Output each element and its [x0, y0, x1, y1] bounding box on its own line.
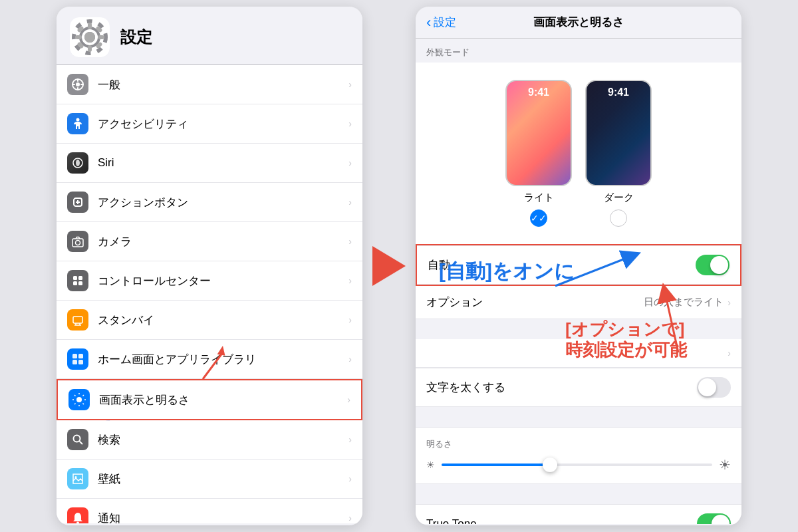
chevron-icon: › — [347, 394, 350, 405]
main-container: 設定 一般 › アクセシビリティ › — [0, 0, 798, 532]
light-mode-preview: 9:41 — [505, 80, 572, 186]
arrow-triangle — [372, 246, 406, 286]
accessibility-icon — [67, 113, 88, 134]
annotation-options: [オプションで] 時刻設定が可能 — [565, 319, 687, 360]
svg-rect-6 — [88, 45, 92, 52]
svg-rect-28 — [78, 276, 82, 280]
settings-item-home-screen[interactable]: ホーム画面とアプリライブラリ › — [57, 340, 362, 379]
chevron-icon: › — [348, 236, 352, 247]
svg-point-48 — [74, 436, 80, 442]
notifications-icon — [67, 507, 88, 523]
dark-mode-option[interactable]: 9:41 ダーク — [585, 80, 652, 227]
svg-rect-8 — [98, 35, 104, 39]
settings-header: 設定 — [57, 7, 362, 65]
dark-mode-radio[interactable] — [610, 209, 627, 227]
annotation-auto-on: [自動]をオンに — [439, 259, 575, 283]
appearance-section: 9:41 ライト ✓ 9:41 ダーク — [416, 63, 741, 244]
options-row[interactable]: オプション 日の入までライト › — [416, 286, 741, 319]
svg-rect-36 — [78, 354, 83, 358]
home-screen-label: ホーム画面とアプリライブラリ — [98, 352, 348, 367]
chevron-icon: › — [348, 473, 352, 484]
settings-item-accessibility[interactable]: アクセシビリティ › — [57, 104, 362, 144]
action-button-icon — [67, 192, 88, 213]
svg-point-19 — [76, 118, 80, 122]
general-label: 一般 — [98, 77, 348, 92]
back-label: 設定 — [434, 15, 456, 30]
svg-rect-18 — [80, 84, 84, 85]
light-mode-radio[interactable]: ✓ — [530, 209, 547, 227]
action-button-label: アクションボタン — [98, 195, 348, 210]
true-tone-toggle[interactable] — [697, 513, 731, 524]
svg-rect-30 — [78, 281, 82, 285]
siri-label: Siri — [98, 156, 348, 170]
text-bold-label: 文字を太くする — [426, 380, 697, 395]
settings-item-camera[interactable]: カメラ › — [57, 222, 362, 261]
brightness-section: 明るさ ☀ ☀ — [416, 427, 741, 484]
options-value: 日の入までライト — [644, 296, 724, 309]
settings-item-action-button[interactable]: アクションボタン › — [57, 183, 362, 222]
annotation-options-line1: [オプションで] — [565, 319, 687, 340]
svg-rect-17 — [72, 84, 75, 85]
chevron-icon: › — [348, 354, 352, 364]
appearance-section-label: 外観モード — [416, 39, 741, 63]
svg-rect-5 — [88, 23, 92, 29]
standby-label: スタンバイ — [98, 313, 348, 328]
svg-rect-7 — [75, 35, 82, 39]
appearance-row: 9:41 ライト ✓ 9:41 ダーク — [426, 73, 731, 233]
chevron-icon: › — [348, 158, 352, 168]
svg-line-46 — [74, 404, 76, 405]
search-label: 検索 — [98, 432, 348, 448]
general-icon — [67, 74, 88, 95]
chevron-icon: › — [348, 434, 352, 445]
chevron-icon: › — [348, 275, 352, 286]
standby-icon — [67, 309, 88, 331]
text-bold-toggle[interactable] — [697, 377, 731, 398]
search-icon — [67, 429, 88, 450]
back-button[interactable]: ‹ 設定 — [426, 14, 456, 31]
light-mode-option[interactable]: 9:41 ライト ✓ — [505, 80, 572, 227]
notifications-label: 通知 — [98, 511, 348, 524]
svg-point-51 — [76, 522, 79, 524]
siri-icon — [67, 152, 88, 174]
svg-point-39 — [76, 397, 82, 402]
chevron-icon: › — [348, 79, 352, 90]
brightness-thumb — [543, 458, 557, 472]
settings-item-control-center[interactable]: コントロールセンター › — [57, 261, 362, 301]
svg-rect-29 — [73, 281, 77, 285]
separator2 — [416, 407, 741, 427]
separator3 — [416, 484, 741, 504]
accessibility-label: アクセシビリティ — [98, 116, 348, 132]
svg-line-45 — [83, 395, 84, 396]
settings-item-wallpaper[interactable]: 壁紙 › — [57, 460, 362, 499]
brightness-slider[interactable] — [442, 464, 712, 466]
svg-point-14 — [76, 82, 80, 86]
control-center-label: コントロールセンター — [98, 273, 348, 289]
settings-item-search[interactable]: 検索 › — [57, 420, 362, 460]
light-mode-label: ライト — [524, 192, 554, 204]
chevron-icon: › — [728, 348, 731, 358]
auto-toggle[interactable] — [696, 255, 730, 275]
settings-title: 設定 — [120, 27, 152, 48]
svg-rect-27 — [73, 276, 77, 280]
arrow-middle — [362, 246, 416, 286]
svg-rect-38 — [78, 360, 83, 364]
settings-item-standby[interactable]: スタンバイ › — [57, 301, 362, 340]
true-tone-label: True Tone — [426, 517, 697, 525]
svg-rect-16 — [77, 87, 78, 90]
chevron-icon: › — [348, 513, 352, 523]
brightness-row: ☀ ☀ — [426, 457, 731, 473]
settings-item-notifications[interactable]: 通知 › — [57, 499, 362, 523]
settings-item-display[interactable]: 画面表示と明るさ › — [57, 379, 362, 420]
back-chevron: ‹ — [426, 14, 431, 31]
svg-point-26 — [76, 241, 80, 245]
display-icon — [68, 389, 90, 410]
light-time: 9:41 — [528, 86, 549, 98]
svg-rect-31 — [73, 317, 82, 323]
dark-mode-preview: 9:41 — [585, 80, 652, 186]
settings-item-general[interactable]: 一般 › — [57, 65, 362, 104]
brightness-fill — [442, 464, 550, 466]
wallpaper-icon — [67, 468, 88, 489]
display-label: 画面表示と明るさ — [99, 392, 347, 408]
settings-item-siri[interactable]: Siri › — [57, 144, 362, 183]
camera-icon — [67, 231, 88, 252]
